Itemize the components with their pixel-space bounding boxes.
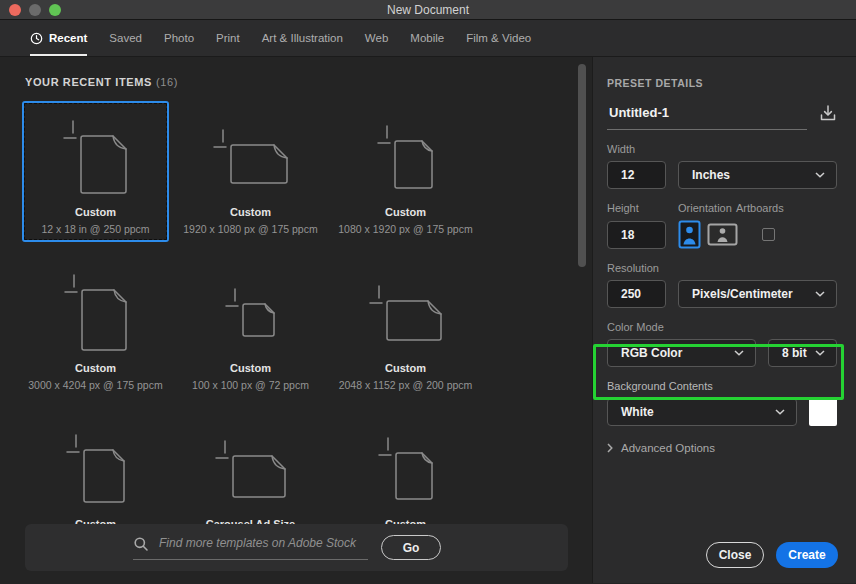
search-placeholder: Find more templates on Adobe Stock [159, 536, 356, 550]
recent-item-title: Custom [75, 361, 116, 375]
resolution-unit-select[interactable]: Pixels/Centimeter [678, 280, 837, 308]
chevron-right-icon [607, 443, 613, 453]
orientation-toggle [678, 220, 738, 249]
new-document-dialog: New Document RecentSavedPhotoPrintArt & … [0, 0, 856, 584]
bit-depth-select[interactable]: 8 bit [768, 339, 837, 367]
chevron-down-icon [775, 409, 785, 415]
tab-label: Web [365, 32, 388, 44]
resolution-unit-value: Pixels/Centimeter [692, 287, 793, 301]
window-controls [9, 4, 61, 16]
document-preview-icon [221, 267, 280, 359]
orientation-label: Orientation [678, 202, 736, 214]
recent-item-card[interactable]: Custom 1080 x 1920 px @ 175 ppcm [332, 101, 479, 242]
recent-item-title: Custom [385, 205, 426, 219]
recent-item-dimensions: 1920 x 1080 px @ 175 ppcm [183, 222, 317, 236]
category-tab-bar: RecentSavedPhotoPrintArt & IllustrationW… [0, 20, 856, 57]
preset-details-panel: PRESET DETAILS Untitled-1 Width 12 Inche… [592, 57, 856, 583]
chevron-down-icon [734, 350, 744, 356]
recent-item-card[interactable]: Custom 100 x 100 px @ 72 ppcm [177, 257, 324, 398]
recent-item-dimensions: 2048 x 1152 px @ 200 ppcm [339, 378, 473, 392]
recent-item-card[interactable]: Custom 12 x 18 in @ 250 ppcm [22, 101, 169, 242]
clock-icon [30, 32, 43, 45]
tab-label: Saved [109, 32, 142, 44]
recent-item-dimensions: 3000 x 4204 px @ 175 ppcm [28, 378, 162, 392]
zoom-window-icon[interactable] [49, 4, 61, 16]
go-button[interactable]: Go [381, 535, 441, 560]
preset-details-heading: PRESET DETAILS [607, 77, 856, 89]
recent-item-title: Custom [230, 361, 271, 375]
orientation-landscape-icon[interactable] [707, 223, 738, 246]
tab-saved[interactable]: Saved [109, 20, 142, 56]
document-preview-icon [365, 267, 447, 359]
recent-item-title: Custom [230, 205, 271, 219]
orientation-portrait-icon[interactable] [678, 220, 701, 249]
height-input[interactable]: 18 [607, 221, 666, 249]
tab-label: Mobile [410, 32, 444, 44]
chevron-down-icon [815, 291, 825, 297]
search-input[interactable]: Find more templates on Adobe Stock [133, 536, 368, 560]
minimize-window-icon[interactable] [29, 4, 41, 16]
background-contents-value: White [621, 405, 654, 419]
scrollbar-thumb[interactable] [578, 64, 586, 267]
tab-label: Recent [49, 32, 87, 44]
recent-item-title: Custom [75, 205, 116, 219]
background-color-swatch[interactable] [809, 398, 837, 426]
tab-film-video[interactable]: Film & Video [466, 20, 531, 56]
tab-label: Art & Illustration [262, 32, 343, 44]
chevron-down-icon [815, 350, 825, 356]
save-preset-icon[interactable] [818, 103, 838, 123]
recent-item-dimensions: 12 x 18 in @ 250 ppcm [41, 222, 149, 236]
document-preview-icon [60, 267, 132, 359]
width-label: Width [607, 143, 635, 155]
color-mode-label: Color Mode [607, 321, 664, 333]
height-label: Height [607, 202, 678, 214]
tab-label: Photo [164, 32, 194, 44]
recent-item-dimensions: 100 x 100 px @ 72 ppcm [192, 378, 309, 392]
tab-label: Print [216, 32, 240, 44]
document-preview-icon [374, 423, 438, 515]
recent-items-count: (16) [156, 76, 178, 88]
width-input[interactable]: 12 [607, 161, 666, 189]
bit-depth-value: 8 bit [782, 346, 807, 360]
close-window-icon[interactable] [9, 4, 21, 16]
close-button[interactable]: Close [706, 542, 764, 568]
document-preview-icon [373, 111, 438, 203]
tab-label: Film & Video [466, 32, 531, 44]
document-preview-icon [59, 111, 132, 203]
document-preview-icon [211, 423, 291, 515]
color-mode-value: RGB Color [621, 346, 682, 360]
document-name-field[interactable]: Untitled-1 [607, 101, 807, 130]
recent-items-panel: YOUR RECENT ITEMS(16) Custom 12 x 18 in … [0, 57, 592, 583]
tab-print[interactable]: Print [216, 20, 240, 56]
recent-item-card[interactable]: Custom 3000 x 4204 px @ 175 ppcm [22, 257, 169, 398]
artboards-checkbox[interactable] [762, 228, 775, 241]
recent-items-heading-text: YOUR RECENT ITEMS [25, 76, 152, 88]
background-contents-select[interactable]: White [607, 398, 797, 426]
tab-web[interactable]: Web [365, 20, 388, 56]
background-contents-label: Background Contents [607, 380, 713, 392]
recent-item-dimensions: 1080 x 1920 px @ 175 ppcm [338, 222, 472, 236]
title-bar: New Document [0, 0, 856, 20]
search-icon [133, 536, 149, 552]
artboards-label: Artboards [736, 202, 784, 214]
recent-item-card[interactable]: Custom 1920 x 1080 px @ 175 ppcm [177, 101, 324, 242]
resolution-label: Resolution [607, 262, 659, 274]
create-button[interactable]: Create [776, 542, 838, 568]
tab-recent[interactable]: Recent [30, 20, 87, 56]
chevron-down-icon [815, 172, 825, 178]
recent-item-card[interactable]: Custom 2048 x 1152 px @ 200 ppcm [332, 257, 479, 398]
tab-art-illustration[interactable]: Art & Illustration [262, 20, 343, 56]
window-title: New Document [387, 3, 469, 17]
color-mode-select[interactable]: RGB Color [607, 339, 756, 367]
tab-mobile[interactable]: Mobile [410, 20, 444, 56]
recent-items-heading: YOUR RECENT ITEMS(16) [25, 76, 178, 88]
advanced-options-toggle[interactable]: Advanced Options [607, 442, 856, 454]
resolution-input[interactable]: 250 [607, 280, 666, 308]
document-preview-icon [62, 423, 130, 515]
width-unit-value: Inches [692, 168, 730, 182]
document-preview-icon [209, 111, 293, 203]
advanced-options-label: Advanced Options [621, 442, 715, 454]
width-unit-select[interactable]: Inches [678, 161, 837, 189]
tab-photo[interactable]: Photo [164, 20, 194, 56]
recent-item-title: Custom [385, 361, 426, 375]
